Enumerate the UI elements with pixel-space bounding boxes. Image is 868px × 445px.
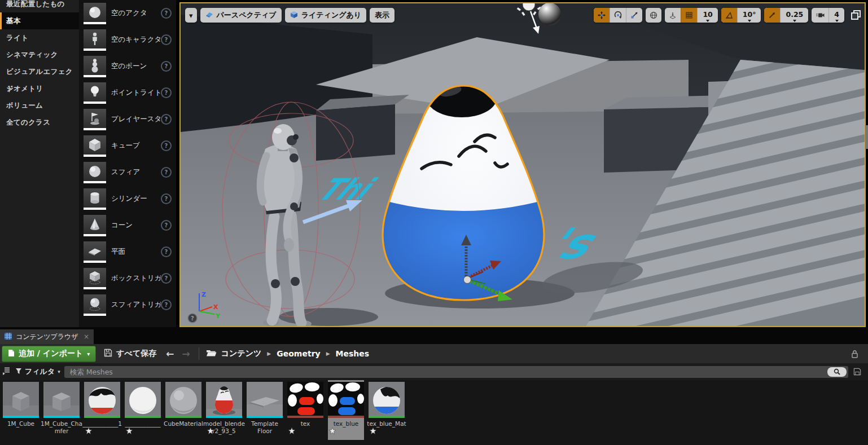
actor-item-empty-actor[interactable]: 空のアクタ ? [79, 0, 176, 27]
asset-tile[interactable]: ____________1 [84, 380, 120, 440]
grid-snap-toggle[interactable] [681, 8, 697, 23]
grid-snap-group: 10 [665, 8, 717, 23]
asset-tile[interactable]: 1M_Cube [3, 380, 39, 440]
actor-item-empty-pawn[interactable]: 空のポーン ? [79, 53, 176, 80]
rotation-snap-toggle[interactable] [721, 8, 737, 23]
world-space-toggle[interactable] [646, 8, 661, 23]
category-recently-placed[interactable]: 最近配置したもの [0, 0, 79, 12]
help-icon[interactable]: ? [161, 8, 172, 19]
asset-type-bar [206, 416, 242, 418]
actor-item-cylinder[interactable]: シリンダー ? [79, 186, 176, 212]
back-button[interactable]: ← [164, 348, 176, 359]
unsaved-indicator-icon [288, 426, 295, 437]
actor-item-cube[interactable]: キューブ ? [79, 133, 176, 159]
sources-panel-toggle-icon[interactable] [2, 367, 11, 377]
category-lights[interactable]: ライト [0, 29, 79, 46]
asset-tile[interactable]: 1M_Cube_Chamfer [43, 380, 80, 440]
asset-name: CubeMaterial [163, 420, 204, 428]
save-all-button[interactable]: すべて保存 [100, 349, 160, 359]
lit-label: ライティングあり [301, 10, 361, 20]
help-icon[interactable]: ? [161, 140, 172, 151]
add-import-label: 追加 / インポート [19, 349, 83, 359]
save-search-icon[interactable] [853, 368, 861, 376]
lock-icon[interactable] [851, 350, 858, 358]
actor-item-sphere-trigger[interactable]: スフィアトリガー ? [79, 292, 176, 318]
help-icon[interactable]: ? [161, 34, 172, 45]
content-browser-tab[interactable]: コンテンツブラウザ × [0, 329, 94, 344]
asset-tile[interactable]: tex_blue_Mat [369, 380, 405, 440]
actor-item-sphere[interactable]: スフィア ? [79, 159, 176, 186]
gizmo-origin[interactable] [464, 276, 471, 284]
help-icon[interactable]: ? [161, 246, 172, 257]
rotate-tool-button[interactable] [610, 8, 626, 23]
asset-tile[interactable]: model_blender2_93_5 [206, 380, 242, 440]
search-icon[interactable] [827, 367, 847, 377]
perspective-button[interactable]: パースペクティブ [200, 8, 282, 23]
actor-item-label: プレイヤースター [111, 114, 161, 124]
camera-speed-value[interactable]: 4 [828, 8, 844, 23]
camera-speed-button[interactable] [812, 8, 828, 23]
scale-snap-toggle[interactable] [764, 8, 780, 23]
actor-item-label: スフィアトリガー [111, 300, 161, 310]
asset-tile[interactable]: ____________ [125, 380, 161, 440]
caret-down-icon [835, 20, 839, 22]
level-viewport[interactable]: Thi 's [179, 2, 866, 327]
help-icon[interactable]: ? [161, 273, 172, 284]
forward-button[interactable]: → [180, 348, 191, 359]
viewport-help-icon[interactable]: ? [188, 314, 197, 323]
breadcrumb-geometry[interactable]: Geometry [277, 349, 320, 358]
asset-type-bar [3, 416, 39, 418]
search-input[interactable] [69, 367, 827, 377]
grid-snap-value[interactable]: 10 [697, 8, 717, 23]
actor-item-point-light[interactable]: ポイントライト ? [79, 80, 176, 106]
actor-item-player-start[interactable]: プレイヤースター ? [79, 106, 176, 133]
help-icon[interactable]: ? [161, 167, 172, 178]
help-icon[interactable]: ? [161, 220, 172, 231]
reflection-sphere[interactable] [538, 3, 561, 25]
transform-tools-group [594, 8, 642, 23]
help-icon[interactable]: ? [161, 61, 172, 72]
category-all-classes[interactable]: 全てのクラス [0, 114, 79, 131]
asset-tile[interactable]: Template Floor [247, 380, 283, 440]
scale-tool-button[interactable] [626, 8, 642, 23]
help-icon[interactable]: ? [161, 114, 172, 125]
actor-item-box-trigger[interactable]: ボックストリガー ? [79, 265, 176, 292]
lit-cube-icon [290, 11, 298, 20]
asset-tile[interactable]: CubeMaterial [165, 380, 201, 440]
show-button[interactable]: 表示 [370, 8, 394, 23]
category-cinematic[interactable]: シネマティック [0, 46, 79, 63]
viewport-options-dropdown[interactable]: ▾ [185, 8, 197, 23]
viewport-scene[interactable]: Thi 's [181, 3, 865, 326]
filters-button[interactable]: フィルタ ▾ [15, 367, 60, 377]
asset-tile[interactable]: tex [287, 380, 323, 440]
surface-snap-button[interactable] [665, 8, 681, 23]
translate-tool-button[interactable] [594, 8, 610, 23]
asset-thumbnail [84, 382, 120, 418]
rotation-snap-value[interactable]: 10° [737, 8, 761, 23]
category-visual-effects[interactable]: ビジュアルエフェクト [0, 63, 79, 80]
help-icon[interactable]: ? [161, 299, 172, 310]
actor-item-label: キューブ [111, 141, 161, 151]
asset-name: 1M_Cube [0, 420, 42, 428]
scale-snap-value[interactable]: 0.25 [780, 8, 808, 23]
help-icon[interactable]: ? [161, 87, 172, 98]
add-import-button[interactable]: 追加 / インポート ▾ [2, 346, 96, 362]
player-start-icon [84, 109, 106, 130]
search-box [64, 366, 848, 378]
category-basic[interactable]: 基本 [0, 12, 79, 29]
close-tab-icon[interactable]: × [84, 333, 89, 341]
asset-tile[interactable]: tex_blue [328, 380, 364, 440]
lit-mode-button[interactable]: ライティングあり [285, 8, 366, 23]
category-geometry[interactable]: ジオメトリ [0, 80, 79, 97]
window-scrollbar[interactable] [865, 125, 868, 149]
breadcrumb-content[interactable]: コンテンツ [221, 349, 262, 359]
content-browser-tab-label: コンテンツブラウザ [16, 332, 78, 342]
help-icon[interactable]: ? [161, 193, 172, 204]
breadcrumb-meshes[interactable]: Meshes [336, 349, 370, 358]
asset-type-bar [287, 416, 323, 418]
category-volumes[interactable]: ボリューム [0, 97, 79, 114]
actor-item-empty-character[interactable]: 空のキャラクター ? [79, 27, 176, 53]
actor-item-cone[interactable]: コーン ? [79, 212, 176, 239]
actor-item-plane[interactable]: 平面 ? [79, 239, 176, 265]
maximize-viewport-button[interactable] [851, 10, 860, 19]
